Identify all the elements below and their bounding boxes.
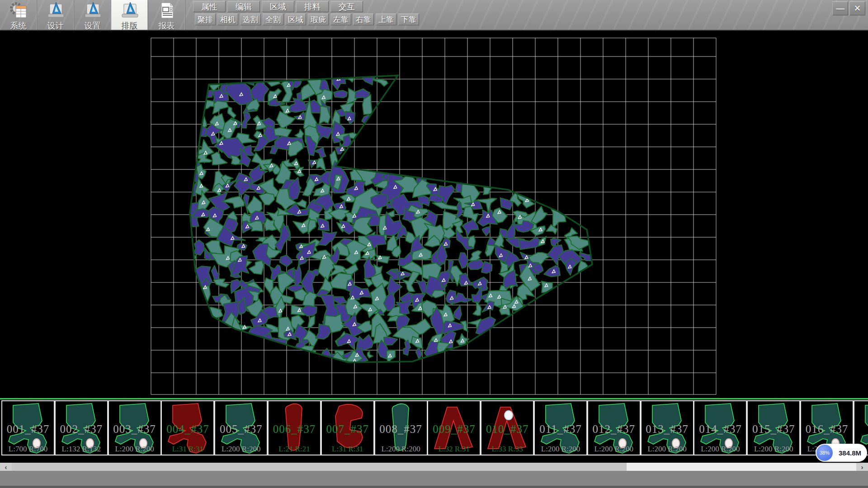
- part-thumbnail-12[interactable]: 012_#37L:200 R:200: [587, 400, 641, 455]
- part-id-label: 011_#37: [535, 423, 586, 436]
- ruler-laptop-icon: [84, 1, 102, 19]
- ruler-laptop-icon: [47, 1, 65, 19]
- tool-button-9[interactable]: 下靠: [398, 14, 419, 25]
- part-id-label: 006_#37: [269, 423, 320, 436]
- memory-value: 384.8M: [833, 449, 867, 457]
- gear-table-icon: [9, 1, 28, 19]
- part-lr-label: L:32 R:31: [428, 445, 480, 454]
- window-controls: — ✕: [832, 1, 865, 15]
- mode-label: 报表: [159, 20, 175, 31]
- part-thumbnail-15[interactable]: 015_#37L:200 R:200: [747, 400, 800, 455]
- part-id-label: 010_#37: [481, 423, 533, 436]
- part-id-label: 0: [854, 423, 868, 436]
- mode-button-nesting[interactable]: 排版: [111, 0, 148, 30]
- part-id-label: 004_#37: [162, 423, 213, 436]
- part-thumbnail-14[interactable]: 014_#37L:200 R:200: [693, 400, 747, 455]
- part-thumbnail-5[interactable]: 005_#37L:200 R:200: [214, 400, 268, 455]
- tool-button-1[interactable]: 相机: [217, 14, 238, 25]
- part-thumbnail-1[interactable]: 001_#37L:700 R:700: [1, 400, 55, 455]
- part-id-label: 009_#37: [428, 423, 480, 436]
- parts-strip: 001_#37L:700 R:700002_#37L:132 R:132003_…: [0, 398, 868, 463]
- ruler-laptop-icon: [121, 1, 139, 19]
- nested-pieces: [177, 63, 595, 375]
- mode-button-report[interactable]: 报表: [148, 0, 185, 30]
- mode-toolbar: 系统 设计: [0, 0, 185, 30]
- part-lr-label: L:200 R:200: [215, 445, 267, 454]
- part-id-label: 008_#37: [375, 423, 427, 436]
- part-lr-label: L:200 R:200: [588, 445, 640, 454]
- menu-button-2[interactable]: 区域: [262, 1, 294, 12]
- part-thumbnail-6[interactable]: 006_#37L:21 R:21: [268, 400, 321, 455]
- tool-button-0[interactable]: 聚排: [195, 14, 216, 25]
- part-lr-label: L:21 R:21: [269, 445, 320, 454]
- part-lr-label: L:132 R:132: [56, 445, 107, 454]
- part-id-label: 007_#37: [322, 423, 373, 436]
- tool-button-6[interactable]: 左靠: [330, 14, 351, 25]
- horizontal-scrollbar[interactable]: ‹ ›: [0, 463, 868, 471]
- part-id-label: 003_#37: [109, 423, 160, 436]
- minimize-button[interactable]: —: [832, 1, 848, 15]
- mode-label: 排版: [122, 20, 138, 31]
- tool-button-5[interactable]: 瑕疵: [308, 14, 329, 25]
- tool-button-7[interactable]: 右靠: [353, 14, 374, 25]
- scroll-left-button[interactable]: ‹: [0, 463, 12, 471]
- menu-button-3[interactable]: 排料: [296, 1, 329, 12]
- part-thumbnail-7[interactable]: 007_#37L:31 R:31: [321, 400, 374, 455]
- mode-label: 系统: [10, 20, 27, 31]
- part-thumbnail-3[interactable]: 003_#37L:200 R:200: [108, 400, 161, 455]
- progress-ring: 38%: [816, 445, 833, 461]
- part-id-label: 002_#37: [56, 423, 107, 436]
- nesting-canvas[interactable]: [0, 31, 868, 398]
- part-thumbnail-13[interactable]: 013_#37L:200 R:200: [641, 400, 694, 455]
- mode-label: 设置: [85, 20, 101, 31]
- part-id-label: 014_#37: [694, 423, 746, 436]
- part-lr-label: L:700 R:700: [2, 445, 54, 454]
- part-lr-label: L:200 R:200: [642, 445, 693, 454]
- part-lr-label: L:33 R:33: [481, 445, 533, 454]
- scrollbar-thumb[interactable]: [12, 463, 627, 471]
- part-id-label: 012_#37: [588, 423, 640, 436]
- mode-label: 设计: [47, 20, 64, 31]
- part-thumbnail-9[interactable]: 009_#37L:32 R:31: [427, 400, 481, 455]
- strip-separator: [0, 398, 868, 399]
- part-thumbnail-8[interactable]: 008_#37L:200 R:200: [374, 400, 428, 455]
- mode-button-system[interactable]: 系统: [0, 0, 37, 30]
- part-lr-label: L:200 R:200: [748, 445, 799, 454]
- part-id-label: 013_#37: [642, 423, 693, 436]
- part-thumbnail-4[interactable]: 004_#37L:31 R:31: [161, 400, 214, 455]
- tool-button-4[interactable]: 区域: [285, 14, 306, 25]
- part-lr-label: L:31 R:31: [162, 445, 213, 454]
- tool-button-2[interactable]: 选割: [240, 14, 261, 25]
- part-id-label: 005_#37: [215, 423, 267, 436]
- part-lr-label: L:200 R:200: [109, 445, 160, 454]
- report-icon: [158, 1, 176, 19]
- tool-button-3[interactable]: 全割: [263, 14, 283, 25]
- part-lr-label: L:31 R:31: [322, 445, 373, 454]
- part-lr-label: L:200 R:200: [375, 445, 427, 454]
- mode-button-settings[interactable]: 设置: [74, 0, 111, 30]
- memory-badge[interactable]: 38% 384.8M: [816, 444, 867, 462]
- mode-button-design[interactable]: 设计: [37, 0, 74, 30]
- part-lr-label: L:200 R:200: [694, 445, 746, 454]
- status-bar: [0, 471, 868, 488]
- close-button[interactable]: ✕: [849, 1, 865, 15]
- title-bar: 系统 设计: [0, 0, 868, 31]
- part-thumbnail-11[interactable]: 011_#37L:200 R:200: [534, 400, 587, 455]
- part-thumbnail-10[interactable]: 010_#37L:33 R:33: [481, 400, 534, 455]
- part-thumbnail-2[interactable]: 002_#37L:132 R:132: [55, 400, 108, 455]
- tool-button-8[interactable]: 上靠: [376, 14, 396, 25]
- menu-button-1[interactable]: 编辑: [227, 1, 260, 12]
- part-id-label: 001_#37: [2, 423, 54, 436]
- menu-bar: 属性编辑区域排料交互: [193, 1, 363, 12]
- part-id-label: 016_#37: [801, 423, 853, 436]
- scroll-right-button[interactable]: ›: [856, 463, 868, 471]
- menu-button-4[interactable]: 交互: [330, 1, 363, 12]
- tool-bar: 聚排相机选割全割区域瑕疵左靠右靠上靠下靠: [195, 14, 419, 25]
- part-id-label: 015_#37: [748, 423, 799, 436]
- part-lr-label: L:200 R:200: [535, 445, 586, 454]
- menu-button-0[interactable]: 属性: [193, 1, 226, 12]
- application-window: 系统 设计: [0, 0, 868, 488]
